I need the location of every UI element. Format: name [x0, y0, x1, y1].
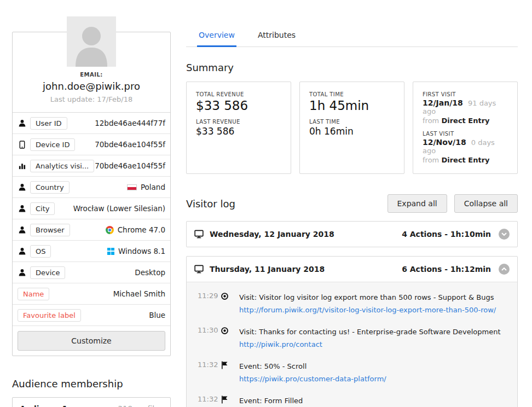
event-row: 11:29 Visit: Visitor log visitor log exp…	[187, 286, 517, 320]
customize-button[interactable]: Customize	[18, 331, 165, 351]
day-summary: 6 Actions - 1h:12min	[402, 265, 491, 274]
tablet-icon	[18, 140, 26, 149]
avatar	[67, 16, 116, 67]
audience-profiles-count: 318 profiles	[118, 404, 163, 407]
last-visit-label: LAST VISIT	[423, 131, 508, 137]
monitor-icon	[194, 265, 204, 274]
event-row: 11:32 Event: Form Filled https://piwik.p…	[187, 389, 517, 407]
last-visit-block: LAST VISIT 12/Nov/18 0 days ago from Dir…	[423, 131, 508, 164]
windows-logo-icon	[107, 248, 114, 255]
visitor-log-heading: Visitor log	[186, 198, 235, 210]
visitor-log-day-expanded: Thursday, 11 January 2018 6 Actions - 1h…	[186, 256, 518, 407]
attribute-chip: Analytics visi...	[18, 160, 94, 172]
event-content: Event: 50% - Scroll https://piwik.pro/cu…	[239, 361, 386, 383]
flag-icon	[221, 395, 239, 404]
event-url-link[interactable]: http://piwik.pro/contact	[239, 340, 501, 348]
expand-all-button[interactable]: Expand all	[388, 194, 447, 213]
attribute-label: Browser	[30, 224, 70, 236]
event-row: 11:32 Event: 50% - Scroll https://piwik.…	[187, 354, 517, 389]
attribute-label: City	[30, 202, 55, 215]
last-visit-source-line: from Direct Entry	[423, 156, 508, 164]
last-time-label: LAST TIME	[309, 119, 395, 125]
attribute-label: Device	[30, 266, 65, 279]
total-revenue-label: TOTAL REVENUE	[196, 91, 281, 97]
event-title: Visit: Thanks for contacting us! - Enter…	[239, 328, 501, 336]
profile-sidebar: EMAIL: john.doe@piwik.pro Last update: 1…	[12, 16, 171, 407]
attribute-label: Country	[30, 181, 70, 194]
email-label: EMAIL:	[18, 72, 165, 78]
attribute-value: 70bde46ae104f55f	[95, 161, 165, 170]
attribute-value: Wrocław (Lower Silesian)	[73, 204, 165, 213]
first-visit-source: Direct Entry	[441, 117, 489, 125]
event-time: 11:30	[198, 326, 221, 334]
attribute-label: Device ID	[30, 138, 75, 151]
attribute-chip: Device ID	[18, 138, 75, 151]
total-time-value: 1h 45min	[309, 98, 395, 113]
attribute-row-device-id: Device ID 70bde46ae104f55f	[13, 133, 170, 155]
day-header[interactable]: Thursday, 11 January 2018 6 Actions - 1h…	[187, 257, 517, 282]
attribute-row-country: Country Poland	[13, 176, 170, 197]
day-header[interactable]: Wednesday, 12 January 2018 4 Actions - 1…	[187, 222, 517, 247]
event-time: 11:32	[198, 395, 221, 403]
event-url-link[interactable]: https://piwik.pro/customer-data-platform…	[239, 375, 386, 383]
visitor-log-buttons: Expand all Collapse all	[388, 194, 518, 213]
last-revenue-value: $33 586	[196, 126, 281, 137]
attribute-label-custom: Name	[18, 288, 49, 300]
first-visit-date: 12/Jan/18	[423, 98, 463, 107]
event-content: Visit: Thanks for contacting us! - Enter…	[239, 326, 501, 348]
attribute-value-text: Windows 8.1	[118, 247, 165, 255]
attribute-value: 12bde46ae444f77f	[95, 119, 165, 127]
last-update: Last update: 17/Feb/18	[18, 95, 165, 103]
attribute-row-user-id: User ID 12bde46ae444f77f	[13, 112, 170, 133]
chevron-down-icon[interactable]	[499, 229, 510, 240]
attribute-chip: Country	[18, 181, 70, 194]
event-row: 11:30 Visit: Thanks for contacting us! -…	[187, 320, 517, 354]
tab-attributes[interactable]: Attributes	[256, 26, 297, 46]
customize-row: Customize	[13, 325, 170, 356]
audience-list-item[interactable]: Audience 1 318 profiles	[12, 397, 171, 407]
time-card: TOTAL TIME 1h 45min LAST TIME 0h 16min	[299, 82, 404, 174]
event-title: Event: 50% - Scroll	[239, 362, 307, 370]
last-time-value: 0h 16min	[309, 126, 395, 137]
audience-membership-heading: Audience membership	[12, 378, 171, 389]
event-time: 11:29	[198, 292, 221, 300]
chevron-up-icon[interactable]	[499, 264, 510, 275]
flag-icon	[221, 361, 239, 369]
first-visit-label: FIRST VISIT	[423, 91, 508, 97]
attribute-chip: Favourite label	[18, 309, 81, 322]
last-visit-date-line: 12/Nov/18 0 days ago	[423, 138, 508, 155]
last-visit-source: Direct Entry	[441, 156, 489, 164]
last-visit-date: 12/Nov/18	[423, 138, 466, 147]
visitor-log-header: Visitor log Expand all Collapse all	[186, 194, 518, 213]
user-icon	[18, 119, 26, 127]
attribute-value: Windows 8.1	[107, 247, 165, 255]
last-revenue-label: LAST REVENUE	[196, 119, 281, 125]
tab-overview[interactable]: Overview	[197, 26, 236, 46]
chrome-logo-icon	[106, 226, 114, 234]
attribute-value: Michael Smith	[113, 289, 165, 298]
visitor-log-day-collapsed: Wednesday, 12 January 2018 4 Actions - 1…	[186, 221, 518, 247]
total-time-label: TOTAL TIME	[309, 91, 395, 97]
attribute-row-analytics-id: Analytics visi... 70bde46ae104f55f	[13, 155, 170, 176]
event-content: Event: Form Filled https://piwik.pro/con…	[239, 395, 328, 407]
visits-card: FIRST VISIT 12/Jan/18 91 days ago from D…	[413, 82, 518, 174]
day-summary: 4 Actions - 1h:10min	[402, 230, 491, 239]
attribute-label: OS	[30, 245, 51, 258]
attribute-chip: Device	[18, 266, 65, 279]
event-title: Event: Form Filled	[239, 397, 303, 405]
attribute-row-favourite-label: Favourite label Blue	[13, 304, 170, 325]
attribute-row-browser: Browser Chrome 47.0	[13, 219, 170, 240]
monitor-icon	[194, 230, 204, 239]
collapse-all-button[interactable]: Collapse all	[454, 194, 518, 213]
eye-icon	[221, 326, 239, 335]
user-icon	[18, 247, 26, 255]
day-events: 11:29 Visit: Visitor log visitor log exp…	[187, 282, 517, 407]
summary-cards: TOTAL REVENUE $33 586 LAST REVENUE $33 5…	[186, 82, 518, 174]
attribute-chip: Name	[18, 288, 49, 300]
from-prefix: from	[423, 117, 439, 125]
total-revenue-value: $33 586	[196, 98, 281, 113]
attribute-row-name: Name Michael Smith	[13, 283, 170, 304]
event-url-link[interactable]: http://forum.piwik.org/t/visitor-log-vis…	[239, 306, 496, 314]
revenue-card: TOTAL REVENUE $33 586 LAST REVENUE $33 5…	[186, 82, 291, 174]
eye-icon	[221, 292, 239, 300]
